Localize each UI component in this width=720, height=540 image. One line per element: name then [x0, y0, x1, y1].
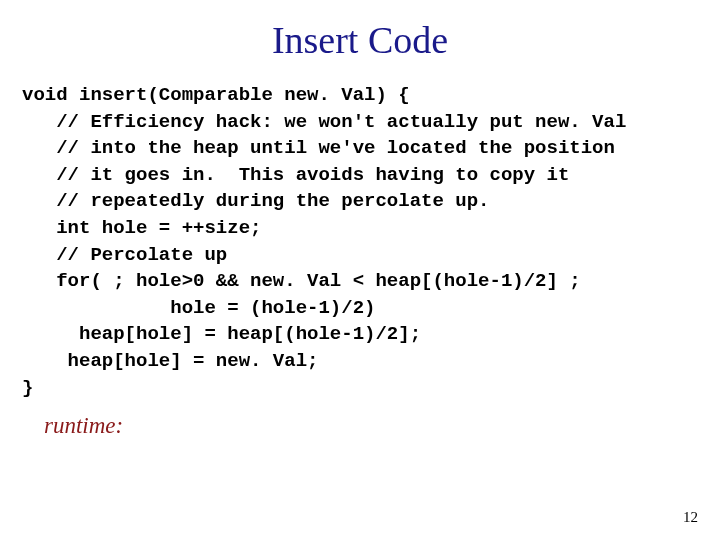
code-block: void insert(Comparable new. Val) { // Ef… [0, 62, 720, 401]
page-number: 12 [683, 509, 698, 526]
slide-title: Insert Code [0, 0, 720, 62]
slide: Insert Code void insert(Comparable new. … [0, 0, 720, 540]
runtime-label: runtime: [0, 401, 720, 439]
